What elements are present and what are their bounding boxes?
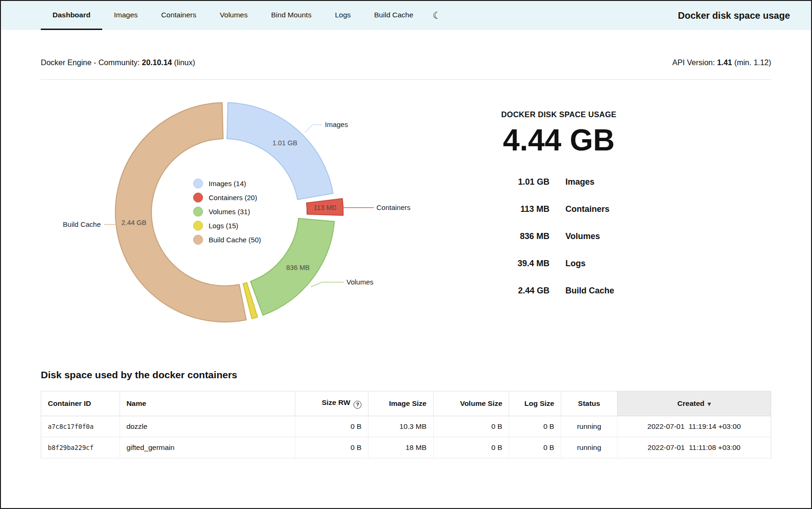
col-header-container-id[interactable]: Container ID <box>41 391 120 416</box>
donut-size-label: 836 MB <box>286 264 310 271</box>
cell-created: 2022-07-01 11:19:14 +03:00 <box>617 416 771 437</box>
cell-volume-size: 0 B <box>433 416 509 437</box>
summary-label: Images <box>565 177 594 187</box>
legend-dot-images <box>193 179 203 188</box>
table-row: a7c8c17f0f0a dozzle 0 B 10.3 MB 0 B 0 B … <box>41 416 771 437</box>
cell-name: dozzle <box>120 416 295 437</box>
app-title: Docker disk space usage <box>678 1 790 30</box>
summary-label: Volumes <box>565 232 600 241</box>
engine-version: 20.10.14 <box>142 58 172 67</box>
legend-label: Containers (20) <box>209 194 257 202</box>
help-icon[interactable]: ? <box>353 401 361 409</box>
donut-size-label: 1.01 GB <box>272 139 297 147</box>
col-header-size-rw-label: Size RW <box>322 398 350 406</box>
api-min-version: (min. 1.12) <box>734 58 771 67</box>
col-header-log-size[interactable]: Log Size <box>509 391 561 416</box>
col-header-status[interactable]: Status <box>561 391 617 416</box>
tab-dashboard[interactable]: Dashboard <box>41 1 102 30</box>
legend-dot-logs <box>193 221 203 231</box>
api-info: API Version: 1.41 (min. 1.12) <box>672 58 771 67</box>
tab-images[interactable]: Images <box>102 1 150 30</box>
chart-legend: Images (14) Containers (20) Volumes (31)… <box>193 179 261 245</box>
cell-image-size: 18 MB <box>368 437 434 458</box>
legend-dot-containers <box>193 193 203 202</box>
sort-desc-icon: ▾ <box>708 400 711 407</box>
legend-item-build-cache[interactable]: Build Cache (50) <box>193 235 261 245</box>
cell-size-rw: 0 B <box>295 416 368 437</box>
summary-label: Build Cache <box>565 286 614 296</box>
dark-mode-toggle-button[interactable]: ☾ <box>425 1 449 30</box>
legend-item-containers[interactable]: Containers (20) <box>193 193 261 202</box>
cell-log-size: 0 B <box>509 416 561 437</box>
cell-container-id: b8f29ba229cf <box>41 437 120 458</box>
legend-dot-volumes <box>193 207 203 217</box>
engine-info-row: Docker Engine - Community: 20.10.14 (lin… <box>41 58 771 67</box>
moon-icon: ☾ <box>433 10 442 21</box>
engine-os: (linux) <box>174 58 195 67</box>
col-header-created[interactable]: Created▾ <box>617 391 771 416</box>
cell-status: running <box>561 416 617 437</box>
containers-table: Container ID Name Size RW? Image Size Vo… <box>41 391 771 458</box>
tab-containers[interactable]: Containers <box>150 1 208 30</box>
donut-slice-name-label: Build Cache <box>63 220 101 228</box>
donut-slice-name-label: Volumes <box>346 278 374 286</box>
chart-row: 1.01 GB113 MB836 MB2.44 GBImagesContaine… <box>41 80 771 361</box>
main-content: Docker Engine - Community: 20.10.14 (lin… <box>1 58 811 458</box>
donut-chart-svg[interactable]: 1.01 GB113 MB836 MB2.44 GBImagesContaine… <box>41 80 500 352</box>
legend-label: Logs (15) <box>209 222 238 230</box>
tab-logs[interactable]: Logs <box>323 1 362 30</box>
cell-volume-size: 0 B <box>433 437 509 458</box>
legend-dot-build-cache <box>193 235 203 245</box>
cell-size-rw: 0 B <box>295 437 368 458</box>
nav-tabs: Dashboard Images Containers Volumes Bind… <box>41 1 425 30</box>
donut-slice-name-label: Images <box>325 120 348 128</box>
summary-label: Containers <box>565 204 609 214</box>
cell-log-size: 0 B <box>509 437 561 458</box>
donut-size-label: 113 MB <box>314 204 337 211</box>
donut-size-label: 2.44 GB <box>121 219 146 226</box>
engine-label: Docker Engine - Community: <box>41 58 140 67</box>
tab-build-cache[interactable]: Build Cache <box>362 1 425 30</box>
legend-item-volumes[interactable]: Volumes (31) <box>193 207 261 217</box>
summary-label: Logs <box>565 259 586 269</box>
cell-created: 2022-07-01 11:11:08 +03:00 <box>617 437 771 458</box>
col-header-image-size[interactable]: Image Size <box>368 391 434 416</box>
cell-image-size: 10.3 MB <box>368 416 434 437</box>
donut-slice-name-label: Containers <box>376 203 411 211</box>
legend-label: Build Cache (50) <box>209 236 261 244</box>
containers-section-heading: Disk space used by the docker containers <box>41 369 771 381</box>
legend-item-images[interactable]: Images (14) <box>193 179 261 188</box>
leader-line-images <box>305 125 322 133</box>
table-header-row: Container ID Name Size RW? Image Size Vo… <box>41 391 771 416</box>
disk-usage-donut-chart: 1.01 GB113 MB836 MB2.44 GBImagesContaine… <box>41 80 458 361</box>
legend-item-logs[interactable]: Logs (15) <box>193 221 261 231</box>
legend-label: Images (14) <box>209 180 246 187</box>
col-header-created-label: Created <box>677 399 705 407</box>
api-version: 1.41 <box>717 58 732 67</box>
engine-info: Docker Engine - Community: 20.10.14 (lin… <box>41 58 195 67</box>
top-navbar: Dashboard Images Containers Volumes Bind… <box>1 1 811 30</box>
api-version-label: API Version: <box>672 58 715 67</box>
cell-name: gifted_germain <box>120 437 295 458</box>
col-header-volume-size[interactable]: Volume Size <box>433 391 509 416</box>
table-row: b8f29ba229cf gifted_germain 0 B 18 MB 0 … <box>41 437 771 458</box>
legend-label: Volumes (31) <box>209 208 250 216</box>
col-header-name[interactable]: Name <box>120 391 295 416</box>
cell-container-id: a7c8c17f0f0a <box>41 416 120 437</box>
tab-bind-mounts[interactable]: Bind Mounts <box>259 1 323 30</box>
cell-status: running <box>561 437 617 458</box>
tab-volumes[interactable]: Volumes <box>208 1 259 30</box>
leader-line-volumes <box>311 282 344 287</box>
col-header-size-rw[interactable]: Size RW? <box>295 391 368 416</box>
